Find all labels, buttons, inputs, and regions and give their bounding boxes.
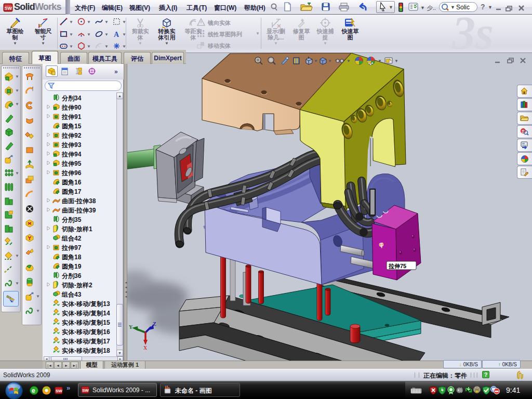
svg-text:拉伸75: 拉伸75: [388, 263, 406, 269]
svg-text:SW: SW: [5, 6, 12, 11]
svg-text:Z: Z: [153, 321, 156, 327]
svg-text:Y: Y: [129, 324, 133, 330]
svg-text:key: key: [413, 387, 415, 389]
svg-text:e: e: [32, 387, 35, 394]
svg-text:SW: SW: [82, 388, 89, 393]
svg-text:A: A: [114, 31, 119, 38]
svg-text:SW: SW: [56, 389, 62, 393]
svg-text:X: X: [143, 345, 148, 351]
